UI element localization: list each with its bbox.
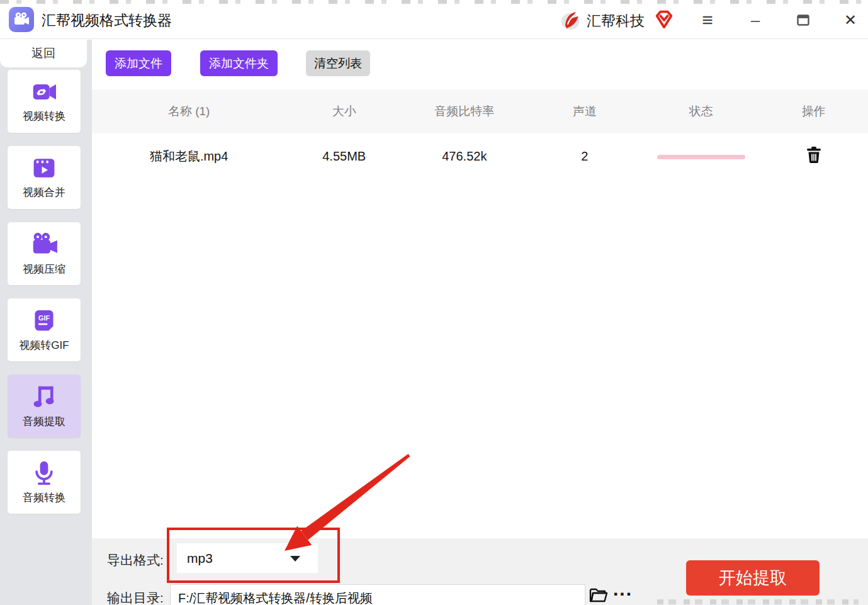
table-header-row: 名称 (1) 大小 音频比特率 声道 状态 操作 [92,89,868,133]
sidebar-item-label: 视频转换 [23,109,65,123]
file-size: 4.55MB [286,149,402,164]
vip-badge-icon [653,9,675,30]
video-to-gif-icon: GIF [31,308,57,333]
file-bitrate: 476.52k [402,149,526,164]
sidebar-item-label: 视频合并 [23,185,65,200]
app-title: 汇帮视频格式转换器 [42,11,172,30]
video-compress-icon [30,232,59,257]
sidebar-item-video-to-gif[interactable]: GIF 视频转GIF [8,298,81,361]
status-cell [643,149,759,164]
more-options-button[interactable]: ... [613,579,633,600]
title-bar: 汇帮视频格式转换器 汇帮科技 ≡ – ✕ [0,0,868,39]
audio-extract-icon [31,384,57,409]
sidebar-item-audio-convert[interactable]: 音频转换 [8,451,81,514]
delete-row-button[interactable] [806,147,821,165]
maximize-button[interactable] [789,9,817,31]
maximize-icon [797,14,809,26]
sidebar-item-label: 视频转GIF [19,338,69,353]
output-dir-input[interactable] [170,584,585,605]
clear-list-button[interactable]: 清空列表 [306,50,370,76]
browse-folder-button[interactable] [588,586,609,605]
menu-button[interactable]: ≡ [694,9,721,31]
header-actions: 操作 [759,103,868,120]
brand-logo-icon [559,9,582,31]
sidebar-item-label: 音频转换 [23,490,65,505]
minimize-button[interactable]: – [741,9,769,31]
start-extract-button[interactable]: 开始提取 [686,560,820,596]
trash-icon [806,147,821,163]
audio-convert-icon [31,460,57,485]
svg-text:GIF: GIF [38,314,50,322]
video-convert-icon [30,80,58,104]
main-content: 添加文件 添加文件夹 清空列表 名称 (1) 大小 音频比特率 声道 状态 操作… [92,40,868,538]
sidebar-item-video-merge[interactable]: 视频合并 [8,146,81,209]
sidebar-item-video-compress[interactable]: 视频压缩 [8,222,81,285]
progress-bar [657,155,745,159]
export-format-label: 导出格式: [107,551,164,569]
sidebar-item-label: 视频压缩 [23,262,65,276]
close-button[interactable]: ✕ [837,9,864,31]
table-row: 猫和老鼠.mp4 4.55MB 476.52k 2 [92,134,868,178]
header-bitrate: 音频比特率 [402,103,526,120]
annotation-highlight-box [167,528,340,583]
sidebar-item-video-convert[interactable]: 视频转换 [8,70,81,133]
add-folder-button[interactable]: 添加文件夹 [200,50,278,76]
app-icon [9,7,34,32]
sidebar: 返回 视频转换 视频合并 视频压缩 [0,40,92,605]
video-merge-icon [30,156,58,180]
sidebar-item-label: 音频提取 [23,414,65,429]
header-size: 大小 [286,103,402,120]
watermark-artifact [657,599,859,604]
screen-edge-artifact [0,0,868,4]
header-name: 名称 (1) [92,103,286,120]
folder-icon [589,587,608,604]
output-dir-label: 输出目录: [107,589,164,605]
sidebar-item-audio-extract[interactable]: 音频提取 [8,375,81,438]
movie-camera-icon [13,11,30,28]
header-channels: 声道 [526,103,643,120]
file-channels: 2 [526,149,643,164]
back-button[interactable]: 返回 [0,40,87,67]
header-status: 状态 [643,103,759,120]
brand-name: 汇帮科技 [587,11,645,31]
file-name: 猫和老鼠.mp4 [92,148,286,165]
add-file-button[interactable]: 添加文件 [106,50,171,76]
